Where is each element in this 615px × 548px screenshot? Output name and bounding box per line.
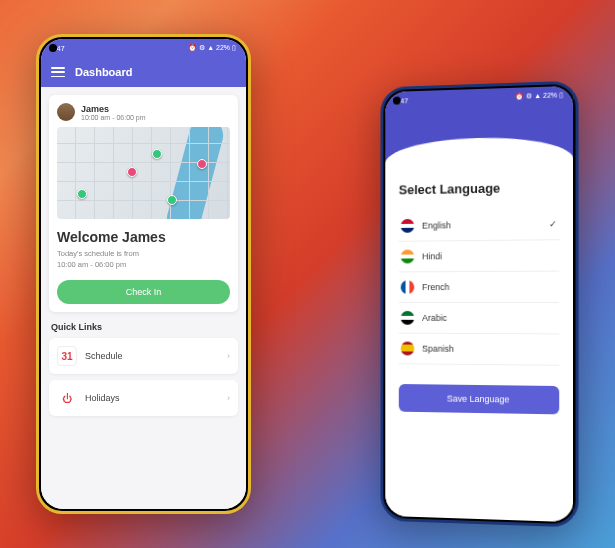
flag-fr-icon [401,280,415,294]
lang-label: Hindi [422,251,442,261]
link-label: Holidays [85,393,219,403]
quick-links-title: Quick Links [51,322,238,332]
avatar [57,103,75,121]
link-label: Schedule [85,351,219,361]
lang-label: Arabic [422,313,447,323]
save-language-button[interactable]: Save Language [399,384,559,414]
welcome-heading: Welcome James [57,229,230,245]
lang-spanish[interactable]: Spanish [399,334,559,366]
status-bar: 7:47 ⏰ ⚙ ▲ 22% ▯ [41,39,246,57]
phone-dashboard: 7:47 ⏰ ⚙ ▲ 22% ▯ Dashboard James 10:00 a… [36,34,251,514]
screen-a: 7:47 ⏰ ⚙ ▲ 22% ▯ Dashboard James 10:00 a… [41,39,246,509]
welcome-card: James 10:00 am - 06:00 pm Welcome James … [49,95,238,312]
checkin-button[interactable]: Check In [57,280,230,304]
link-holidays[interactable]: ⏻ Holidays › [49,380,238,416]
map-pin-icon [152,149,162,159]
lang-label: English [422,220,451,230]
user-name: James [81,104,146,114]
status-icons: ⏰ ⚙ ▲ 22% ▯ [515,91,563,101]
map-pin-icon [127,167,137,177]
status-icons: ⏰ ⚙ ▲ 22% ▯ [188,44,236,52]
user-shift: 10:00 am - 06:00 pm [81,114,146,121]
calendar-icon: 31 [57,346,77,366]
chevron-right-icon: › [227,351,230,361]
flag-ae-icon [401,311,415,325]
user-row: James 10:00 am - 06:00 pm [57,103,230,121]
select-language-title: Select Language [399,179,559,197]
chevron-right-icon: › [227,393,230,403]
language-body: Select Language English ✓ Hindi French A… [385,163,573,522]
lang-label: Spanish [422,344,454,354]
lang-label: French [422,282,449,292]
lang-french[interactable]: French [399,272,559,303]
lang-english[interactable]: English ✓ [399,209,559,242]
header-wave [385,104,573,167]
map-pin-icon [197,159,207,169]
flag-in-icon [401,250,415,264]
screen-b: 7:47 ⏰ ⚙ ▲ 22% ▯ Select Language English… [385,86,573,522]
power-icon: ⏻ [57,388,77,408]
page-title: Dashboard [75,66,132,78]
map-pin-icon [167,195,177,205]
camera-punch [49,44,57,52]
lang-arabic[interactable]: Arabic [399,303,559,334]
dashboard-body: James 10:00 am - 06:00 pm Welcome James … [41,87,246,509]
app-header: Dashboard [41,57,246,87]
schedule-text: Today's schedule is from 10:00 am - 06:0… [57,249,230,270]
lang-hindi[interactable]: Hindi [399,240,559,272]
map-pin-icon [77,189,87,199]
flag-es-icon [401,342,415,356]
link-schedule[interactable]: 31 Schedule › [49,338,238,374]
menu-icon[interactable] [51,67,65,77]
map-preview[interactable] [57,127,230,219]
check-icon: ✓ [549,219,557,229]
phone-language: 7:47 ⏰ ⚙ ▲ 22% ▯ Select Language English… [380,81,578,528]
flag-gb-icon [401,219,415,233]
